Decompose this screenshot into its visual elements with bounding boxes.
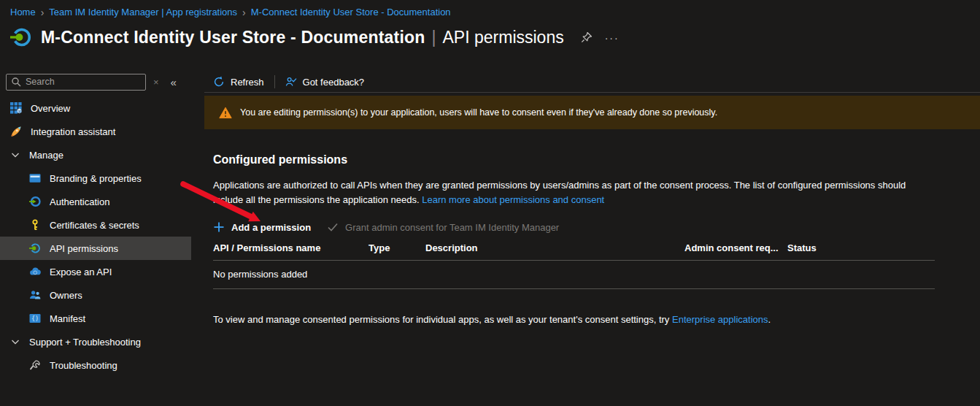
api-permissions-icon	[29, 242, 41, 254]
integration-assistant-icon	[10, 126, 22, 137]
main-content: Configured permissions Applications are …	[213, 153, 950, 325]
sidebar-search-row: × «	[6, 73, 191, 91]
search-input[interactable]	[26, 77, 141, 87]
branding-icon	[29, 172, 41, 184]
warning-banner-text: You are editing permission(s) to your ap…	[240, 107, 717, 118]
svg-text:{): {)	[31, 315, 39, 322]
warning-icon	[219, 107, 232, 119]
sidebar-item-overview[interactable]: Overview	[0, 96, 191, 120]
sidebar-item-label: Certificates & secrets	[50, 220, 139, 231]
api-permissions-icon	[10, 26, 32, 48]
enterprise-applications-link[interactable]: Enterprise applications	[672, 314, 768, 325]
authentication-icon	[29, 196, 41, 207]
manifest-icon: {)	[29, 313, 41, 324]
sidebar-item-authentication[interactable]: Authentication	[0, 190, 191, 213]
command-bar: Refresh Got feedback?	[213, 73, 364, 91]
toolbar-divider	[274, 75, 275, 88]
plus-icon	[213, 221, 225, 233]
owners-icon	[29, 289, 41, 301]
sidebar-item-label: Troubleshooting	[50, 360, 117, 371]
sidebar-item-api-permissions[interactable]: API permissions	[0, 237, 191, 260]
learn-more-link[interactable]: Learn more about permissions and consent	[422, 194, 604, 205]
table-empty-row: No permissions added	[213, 261, 935, 289]
grant-admin-consent-button[interactable]: Grant admin consent for Team IM Identity…	[327, 221, 559, 233]
sidebar: × « Overview Integ	[0, 67, 191, 406]
title-separator: |	[432, 28, 436, 47]
troubleshooting-icon	[29, 359, 41, 371]
breadcrumb-link-app[interactable]: M-Connect Identity User Store - Document…	[251, 7, 451, 18]
refresh-label: Refresh	[231, 77, 264, 88]
breadcrumb: Home › Team IM Identity Manager | App re…	[10, 7, 451, 18]
empty-message: No permissions added	[213, 269, 307, 280]
sidebar-item-owners[interactable]: Owners	[0, 283, 191, 307]
more-menu-icon[interactable]: ···	[605, 31, 620, 44]
feedback-icon	[285, 76, 297, 88]
sidebar-item-branding-properties[interactable]: Branding & properties	[0, 166, 191, 190]
certificates-icon	[29, 219, 41, 231]
sidebar-item-expose-an-api[interactable]: Expose an API	[0, 260, 191, 283]
breadcrumb-link-home[interactable]: Home	[10, 7, 36, 18]
permissions-table: API / Permissions name Type Description …	[213, 242, 935, 289]
refresh-icon	[213, 76, 225, 88]
command-bar-divider	[204, 92, 980, 93]
add-permission-label: Add a permission	[231, 222, 311, 233]
refresh-button[interactable]: Refresh	[213, 76, 264, 88]
search-icon	[11, 77, 21, 87]
search-box[interactable]	[6, 74, 146, 91]
sidebar-nav: Overview Integration assistant Manage Br…	[0, 96, 191, 377]
sidebar-item-manifest[interactable]: {) Manifest	[0, 307, 191, 330]
overview-icon	[10, 102, 22, 114]
sidebar-group-support-troubleshooting[interactable]: Support + Troubleshooting	[0, 330, 191, 353]
column-header-admin-consent-required: Admin consent req...	[684, 242, 787, 253]
breadcrumb-link-app-registrations[interactable]: Team IM Identity Manager | App registrat…	[49, 7, 237, 18]
column-header-status: Status	[787, 242, 935, 253]
column-header-type: Type	[369, 242, 425, 253]
section-title: Configured permissions	[213, 153, 950, 166]
sidebar-item-label: Authentication	[50, 196, 109, 207]
footer-note: To view and manage consented permissions…	[213, 314, 950, 325]
column-header-api-permissions-name: API / Permissions name	[213, 242, 369, 253]
breadcrumb-separator: ›	[41, 7, 45, 18]
footer-suffix: .	[768, 314, 771, 325]
feedback-label: Got feedback?	[303, 77, 365, 88]
sidebar-item-label: Manifest	[50, 313, 85, 324]
page-title: M-Connect Identity User Store - Document…	[41, 28, 425, 47]
sidebar-group-label: Manage	[29, 150, 63, 161]
sidebar-item-label: API permissions	[50, 243, 118, 254]
sidebar-item-label: Overview	[31, 103, 70, 114]
sidebar-group-label: Support + Troubleshooting	[29, 337, 141, 348]
sidebar-item-label: Integration assistant	[31, 126, 115, 137]
page-subtitle: API permissions	[443, 28, 564, 47]
search-clear-icon[interactable]: ×	[153, 77, 159, 88]
chevron-down-icon	[10, 150, 20, 160]
sidebar-group-manage[interactable]: Manage	[0, 143, 191, 166]
permission-actions: Add a permission Grant admin consent for…	[213, 221, 950, 233]
grant-admin-consent-label: Grant admin consent for Team IM Identity…	[345, 222, 559, 233]
chevron-down-icon	[10, 337, 20, 347]
expose-api-icon	[29, 266, 41, 277]
add-permission-button[interactable]: Add a permission	[213, 221, 311, 233]
sidebar-item-certificates-secrets[interactable]: Certificates & secrets	[0, 213, 191, 237]
pin-icon[interactable]	[580, 31, 593, 44]
sidebar-item-label: Owners	[50, 290, 82, 301]
page-header: M-Connect Identity User Store - Document…	[10, 26, 620, 48]
check-icon	[327, 221, 339, 233]
feedback-button[interactable]: Got feedback?	[285, 76, 365, 88]
breadcrumb-separator: ›	[242, 7, 246, 18]
sidebar-item-label: Expose an API	[50, 267, 112, 277]
sidebar-item-troubleshooting[interactable]: Troubleshooting	[0, 353, 191, 377]
sidebar-item-integration-assistant[interactable]: Integration assistant	[0, 120, 191, 143]
column-header-description: Description	[425, 242, 684, 253]
footer-text: To view and manage consented permissions…	[213, 314, 669, 325]
section-description: Applications are authorized to call APIs…	[213, 178, 917, 207]
sidebar-item-label: Branding & properties	[50, 173, 142, 184]
table-header-row: API / Permissions name Type Description …	[213, 242, 935, 261]
warning-banner: You are editing permission(s) to your ap…	[204, 96, 980, 129]
sidebar-collapse-icon[interactable]: «	[171, 76, 177, 88]
